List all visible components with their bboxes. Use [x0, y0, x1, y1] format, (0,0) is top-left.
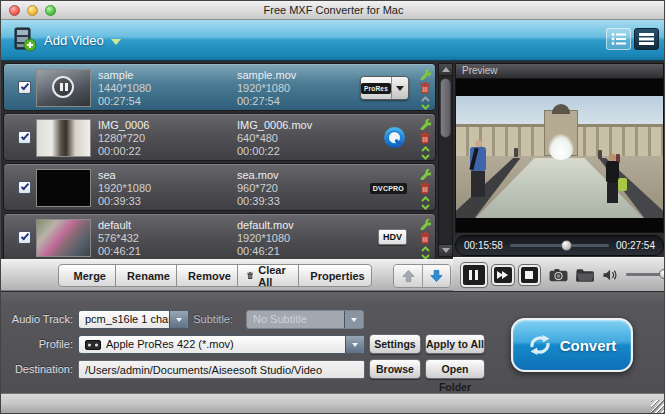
snapshot-button[interactable] [549, 268, 568, 282]
move-down-icon[interactable] [421, 104, 430, 110]
profile-dropdown[interactable]: Apple ProRes 422 (*.mov) [78, 335, 365, 354]
rename-button[interactable]: Rename [115, 264, 177, 287]
dropdown-caret-icon[interactable] [345, 336, 364, 353]
audio-track-label: Audio Track: [1, 310, 73, 329]
output-info: default.mov 1920*1080 00:46:21 [237, 219, 372, 258]
mute-button[interactable] [603, 269, 618, 281]
add-video-icon [11, 26, 37, 56]
video-thumbnail [36, 119, 91, 157]
move-row-down-button[interactable] [422, 265, 450, 287]
remove-label: Remove [188, 270, 231, 282]
fast-forward-button[interactable] [492, 265, 514, 285]
properties-button[interactable]: Properties [298, 264, 372, 287]
move-up-icon[interactable] [421, 196, 430, 202]
output-info: IMG_0006.mov 640*480 00:00:22 [237, 119, 372, 158]
scroll-down-icon [442, 248, 450, 253]
add-video-caret-icon[interactable] [111, 39, 121, 45]
output-settings-panel: Audio Track: pcm_s16le 1 channels Subtit… [1, 291, 665, 393]
person-photographer [470, 140, 486, 197]
list-scrollbar[interactable] [438, 63, 453, 257]
delete-trash-icon[interactable] [420, 232, 430, 244]
profile-value: Apple ProRes 422 (*.mov) [106, 336, 234, 353]
delete-trash-icon[interactable] [420, 82, 430, 94]
merge-icon [68, 270, 69, 281]
remove-button[interactable]: Remove [176, 264, 238, 287]
apply-to-all-button[interactable]: Apply to All [425, 334, 485, 354]
preview-screen [456, 79, 663, 232]
settings-button[interactable]: Settings [369, 334, 421, 354]
preview-video-frame [456, 96, 663, 218]
detail-view-icon [639, 32, 654, 46]
video-thumbnail [36, 169, 91, 207]
row-checkbox[interactable] [18, 181, 31, 194]
scroll-up-button[interactable] [439, 64, 452, 76]
move-down-icon[interactable] [421, 154, 430, 160]
clear-all-button[interactable]: Clear All [237, 264, 299, 287]
elapsed-time: 00:15:58 [464, 240, 503, 251]
profile-format-icon [85, 340, 101, 350]
delete-trash-icon[interactable] [420, 132, 430, 144]
delete-trash-icon[interactable] [420, 182, 430, 194]
row-checkbox[interactable] [18, 131, 31, 144]
merge-button[interactable]: Merge [58, 264, 116, 287]
format-select-button[interactable]: ProRes [360, 76, 409, 100]
check-icon [21, 132, 29, 141]
convert-button[interactable]: Convert [511, 318, 633, 372]
action-bar: Merge Rename Remove Clear [1, 259, 453, 291]
format-badge: DVCPRO [370, 183, 407, 194]
source-info: IMG_0006 1280*720 00:00:22 [98, 119, 233, 158]
status-bar [1, 393, 665, 414]
move-row-up-button[interactable] [394, 265, 422, 287]
scrollbar-thumb[interactable] [440, 78, 451, 138]
move-up-icon[interactable] [421, 246, 430, 252]
edit-wrench-icon[interactable] [419, 218, 431, 230]
file-row-default[interactable]: default 576*432 00:46:21 default.mov 192… [3, 213, 436, 259]
merge-label: Merge [74, 270, 106, 282]
seek-thumb[interactable] [561, 240, 572, 251]
profile-label: Profile: [1, 335, 73, 354]
move-up-icon[interactable] [421, 96, 430, 102]
up-arrow-icon [402, 269, 415, 283]
open-folder-button[interactable] [576, 268, 595, 282]
edit-wrench-icon[interactable] [419, 118, 431, 130]
person-tourist [606, 154, 619, 203]
subtitle-dropdown[interactable]: No Subtitle [246, 310, 364, 329]
scroll-down-button[interactable] [439, 244, 452, 256]
playback-controls [453, 257, 665, 291]
add-video-button[interactable]: Add Video [11, 25, 121, 56]
volume-thumb[interactable] [659, 269, 665, 279]
volume-slider[interactable] [626, 273, 665, 276]
subtitle-value: No Subtitle [247, 311, 344, 328]
dropdown-caret-icon [344, 311, 363, 328]
scroll-up-icon [442, 67, 450, 72]
row-checkbox[interactable] [18, 231, 31, 244]
list-view-button[interactable] [606, 28, 631, 50]
output-info: sample.mov 1920*1080 00:27:54 [237, 69, 372, 108]
detail-view-button[interactable] [634, 28, 659, 50]
pause-button[interactable] [461, 263, 487, 287]
resize-grip[interactable] [651, 400, 664, 413]
browse-button[interactable]: Browse [369, 359, 421, 379]
playback-time-bar: 00:15:58 00:27:54 [455, 235, 664, 256]
title-bar: Free MXF Converter for Mac [1, 1, 665, 20]
open-folder-button[interactable]: Open Folder [425, 359, 485, 379]
video-thumbnail [36, 219, 91, 257]
row-checkbox[interactable] [18, 81, 31, 94]
speaker-icon [603, 269, 618, 281]
stop-button[interactable] [519, 265, 541, 285]
file-row-img0006[interactable]: IMG_0006 1280*720 00:00:22 IMG_0006.mov … [3, 113, 436, 161]
seek-slider[interactable] [510, 244, 609, 247]
file-row-sea[interactable]: sea 1920*1080 00:39:33 sea.mov 960*720 0… [3, 163, 436, 211]
edit-wrench-icon[interactable] [419, 68, 431, 80]
move-up-icon[interactable] [421, 146, 430, 152]
format-badge: HDV [378, 229, 407, 245]
file-row-sample[interactable]: sample 1440*1080 00:27:54 sample.mov 192… [3, 63, 436, 111]
edit-wrench-icon[interactable] [419, 168, 431, 180]
down-arrow-icon [430, 269, 443, 283]
format-dropdown-arrow[interactable] [391, 77, 408, 99]
format-badge: ProRes [361, 83, 391, 94]
destination-field[interactable] [78, 360, 365, 379]
preview-title: Preview [456, 64, 663, 79]
move-down-icon[interactable] [421, 204, 430, 210]
convert-arrows-icon [528, 334, 552, 356]
